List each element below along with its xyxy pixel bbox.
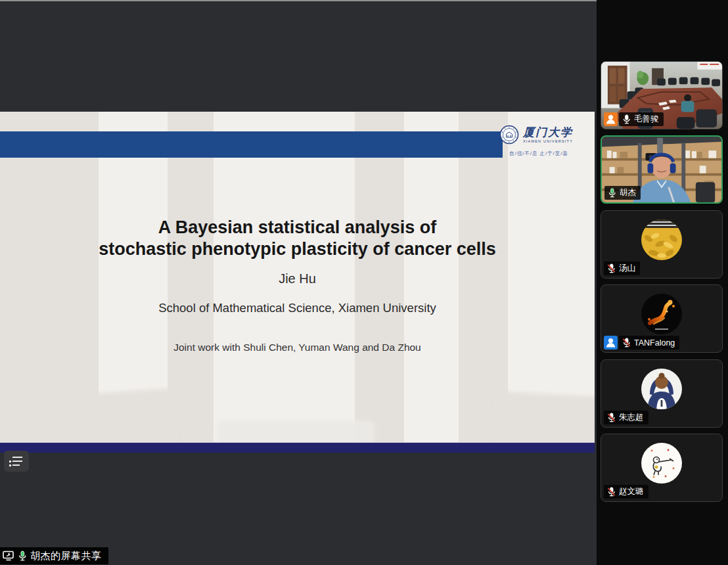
slide-top-blue-bar [0,131,503,158]
outline-list-button[interactable] [4,451,29,472]
avatar-cartoon-back-figure [641,368,683,410]
university-motto: 自/强/不/息 止/于/至/善 [499,150,578,157]
avatar-ink-sketch [641,442,683,484]
participant-name: 胡杰 [620,187,636,198]
mic-on-icon [622,114,631,124]
mic-muted-icon [606,487,616,497]
presentation-slide: 厦门大学 XIAMEN UNIVERSITY 自/强/不/息 止/于/至/善 A… [0,112,595,453]
mic-muted-icon [606,413,616,422]
video-tile-maoshanjun[interactable]: 毛善骏 [601,61,723,129]
participant-name: 汤山 [619,263,635,274]
participants-video-strip: 毛善骏 [597,0,728,565]
participant-name: 毛善骏 [634,114,659,125]
meeting-window: 厦门大学 XIAMEN UNIVERSITY 自/强/不/息 止/于/至/善 A… [0,0,728,565]
university-name-zh: 厦门大学 [523,127,573,138]
video-tile-zhuzhichao[interactable]: 朱志超 [601,359,723,428]
host-badge [604,112,618,126]
screen-share-stage: 厦门大学 XIAMEN UNIVERSITY 自/强/不/息 止/于/至/善 A… [0,0,597,565]
video-tile-hujie[interactable]: 胡杰 [601,135,723,204]
university-name-en: XIAMEN UNIVERSITY [523,139,573,143]
screen-share-icon [3,551,14,561]
screen-share-label: 胡杰的屏幕共享 [30,550,102,562]
participant-name: 朱志超 [619,412,644,423]
screen-share-banner: 胡杰的屏幕共享 [0,547,108,564]
avatar-fire-dragon [641,293,683,335]
slide-title-line1: A Bayesian statistical analysis of [0,217,595,238]
university-seal-icon [499,125,519,145]
mic-speaking-icon [607,188,617,198]
video-tile-zhaowenlu[interactable]: 赵文璐 [601,434,723,502]
member-badge [604,336,618,350]
participant-name: TANFalong [634,338,675,348]
video-tile-tanfalong[interactable]: TANFalong [601,284,723,353]
slide-affiliation: School of Mathematical Science, Xiamen U… [0,301,595,315]
participant-name: 赵文璐 [619,486,644,497]
xiamen-university-logo: 厦门大学 XIAMEN UNIVERSITY 自/强/不/息 止/于/至/善 [499,125,578,157]
mic-on-icon [17,551,28,561]
video-tile-tangshan[interactable]: 汤山 [601,210,723,279]
slide-author: Jie Hu [0,271,595,286]
avatar-corn [641,219,683,261]
slide-title: A Bayesian statistical analysis of stoch… [0,217,595,260]
slide-joint-work: Joint work with Shuli Chen, Yuman Wang a… [0,342,595,353]
slide-bottom-navy-bar [0,442,595,453]
mic-muted-icon [606,263,616,273]
slide-title-line2: stochastic phenotypic plasticity of canc… [0,238,595,260]
mic-muted-icon [622,338,631,348]
